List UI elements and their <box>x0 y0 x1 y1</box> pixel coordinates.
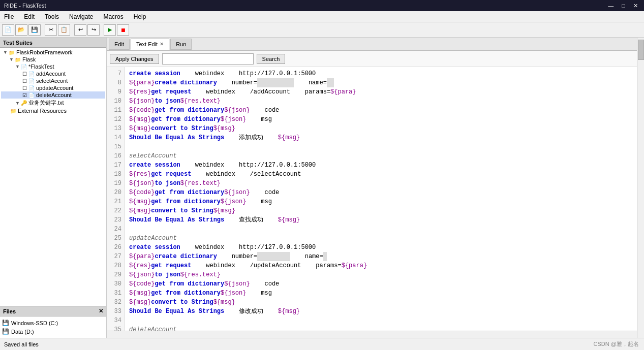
line-num: 18 <box>110 170 121 179</box>
line-num: 16 <box>110 151 121 161</box>
tree-label: 业务关键字.txt <box>28 99 64 107</box>
checkbox-icon[interactable]: ☐ <box>22 71 27 77</box>
stop-btn[interactable]: ⏹ <box>117 24 129 36</box>
file-item-d[interactable]: 💾 Data (D:) <box>2 327 104 336</box>
code-line-12: ${msg} get from dictionary ${json} msg <box>129 115 633 124</box>
tree-item-selectaccont[interactable]: ☐ 📄 selectAccont <box>1 77 105 84</box>
redo-btn[interactable]: ↪ <box>87 24 100 36</box>
expand-icon: ▼ <box>15 64 20 69</box>
tab-run[interactable]: Run <box>170 39 192 50</box>
checkbox-icon[interactable]: ☑ <box>22 92 27 98</box>
menu-bar: File Edit Tools Navigate Macros Help <box>0 11 644 22</box>
line-num: 30 <box>110 279 121 289</box>
tree-item-addaccount[interactable]: ☐ 📄 addAccount <box>1 70 105 77</box>
drive-icon: 💾 <box>2 328 9 335</box>
line-num: 23 <box>110 215 121 225</box>
code-line-22: ${msg} convert to String ${msg} <box>129 206 633 215</box>
code-line-23: Should Be Equal As Strings 查找成功 ${msg} <box>129 215 633 225</box>
line-num: 13 <box>110 124 121 133</box>
expand-icon: ▼ <box>9 57 14 62</box>
minimize-btn[interactable]: — <box>606 3 616 9</box>
left-panel: Test Suites ▼ 📁 FlaskRobotFramework ▼ 📁 … <box>0 38 107 338</box>
code-line-19: ${json} to json ${res.text} <box>129 179 633 188</box>
tree-item-updateaccount[interactable]: ☐ 📄 updateAccount <box>1 84 105 91</box>
menu-edit[interactable]: Edit <box>22 12 37 21</box>
folder-icon: 📁 <box>15 57 21 62</box>
maximize-btn[interactable]: □ <box>620 3 627 9</box>
code-line-26: create session webindex http://127.0.0.1… <box>129 243 633 252</box>
files-close-icon[interactable]: ✕ <box>99 308 103 314</box>
undo-btn[interactable]: ↩ <box>74 24 86 36</box>
line-num: 19 <box>110 179 121 188</box>
line-num: 24 <box>110 225 121 234</box>
cut-btn[interactable]: ✂ <box>45 24 57 36</box>
code-line-14: Should Be Equal As Strings 添加成功 ${msg} <box>129 133 633 142</box>
checkbox-icon[interactable]: ☐ <box>22 78 27 84</box>
new-btn[interactable]: 📄 <box>2 24 14 36</box>
watermark-text: CSDN @雅，起名 <box>594 341 639 347</box>
scrollbar-thumb[interactable] <box>638 40 644 60</box>
close-btn[interactable]: ✕ <box>631 3 640 9</box>
menu-help[interactable]: Help <box>132 12 148 21</box>
horizontal-scrollbar[interactable] <box>107 331 637 338</box>
line-num: 9 <box>110 87 121 97</box>
search-input[interactable] <box>162 53 254 65</box>
watermark: CSDN @雅，起名 <box>594 340 639 348</box>
line-num: 14 <box>110 133 121 142</box>
file-icon: 📄 <box>28 71 35 77</box>
menu-navigate[interactable]: Navigate <box>67 12 95 21</box>
code-line-21: ${msg} get from dictionary ${json} msg <box>129 197 633 206</box>
tree-item-flask[interactable]: ▼ 📁 Flask <box>1 56 105 63</box>
tree-item-flaskrobotframework[interactable]: ▼ 📁 FlaskRobotFramework <box>1 49 105 56</box>
code-line-27: ${para} create dictionary number= name= <box>129 252 633 261</box>
files-label: Files <box>3 308 16 314</box>
tab-text-edit[interactable]: Text Edit ✕ <box>131 39 169 50</box>
expand-icon: ▼ <box>3 50 8 55</box>
tab-edit[interactable]: Edit <box>109 39 130 50</box>
checkbox-icon[interactable]: ☐ <box>22 85 27 91</box>
apply-changes-button[interactable]: Apply Changes <box>110 54 159 64</box>
tree-label: updateAccount <box>36 85 73 91</box>
search-button[interactable]: Search <box>257 54 286 64</box>
code-lines[interactable]: create session webindex http://127.0.0.1… <box>125 67 637 338</box>
menu-file[interactable]: File <box>2 12 16 21</box>
menu-macros[interactable]: Macros <box>101 12 125 21</box>
line-num: 12 <box>110 115 121 124</box>
code-line-20: ${code} get from dictionary ${json} code <box>129 188 633 197</box>
vertical-scrollbar[interactable] <box>637 38 644 338</box>
code-line-11: ${code} get from dictionary ${json} code <box>129 106 633 115</box>
file-icon: 📄 <box>28 85 35 91</box>
code-area[interactable]: 7 8 9 10 11 12 13 14 15 16 17 18 19 20 2… <box>107 67 637 338</box>
status-bar: Saved all files CSDN @雅，起名 <box>0 338 644 350</box>
tree-item-external[interactable]: 📁 External Resources <box>1 107 105 114</box>
title-text: RIDE - FlaskTest <box>4 3 46 9</box>
line-num: 27 <box>110 252 121 261</box>
code-line-34 <box>129 316 633 325</box>
line-num: 29 <box>110 270 121 279</box>
tree-item-keywords[interactable]: ▼ 🔑 业务关键字.txt <box>1 99 105 107</box>
folder-icon: 📁 <box>9 50 15 55</box>
line-num: 20 <box>110 188 121 197</box>
expand-icon: ▼ <box>15 101 20 106</box>
tree-item-flasktest[interactable]: ▼ 📄 *FlaskTest <box>1 63 105 70</box>
run-btn[interactable]: ▶ <box>104 24 116 36</box>
code-line-13: ${msg} convert to String ${msg} <box>129 124 633 133</box>
tab-close-icon[interactable]: ✕ <box>160 41 164 47</box>
code-line-28: ${res} get request webindex /updateAccou… <box>129 261 633 270</box>
editor-toolbar: Apply Changes Search <box>107 51 637 67</box>
tree-item-deleteaccount[interactable]: ☑ 📄 deleteAccount <box>1 91 105 99</box>
file-item-c[interactable]: 💾 Windows-SSD (C:) <box>2 319 104 327</box>
tree-label: External Resources <box>18 108 67 114</box>
menu-tools[interactable]: Tools <box>43 12 61 21</box>
code-line-29: ${json} to json ${res.text} <box>129 270 633 279</box>
save-btn[interactable]: 💾 <box>28 24 41 36</box>
test-suites-header: Test Suites <box>0 38 106 48</box>
copy-btn[interactable]: 📋 <box>58 24 70 36</box>
key-icon: 🔑 <box>21 100 27 106</box>
open-btn[interactable]: 📂 <box>15 24 27 36</box>
line-num: 28 <box>110 261 121 270</box>
files-content: 💾 Windows-SSD (C:) 💾 Data (D:) <box>0 316 106 338</box>
line-num: 8 <box>110 78 121 87</box>
tree-label: addAccount <box>36 71 66 77</box>
line-num: 34 <box>110 316 121 325</box>
